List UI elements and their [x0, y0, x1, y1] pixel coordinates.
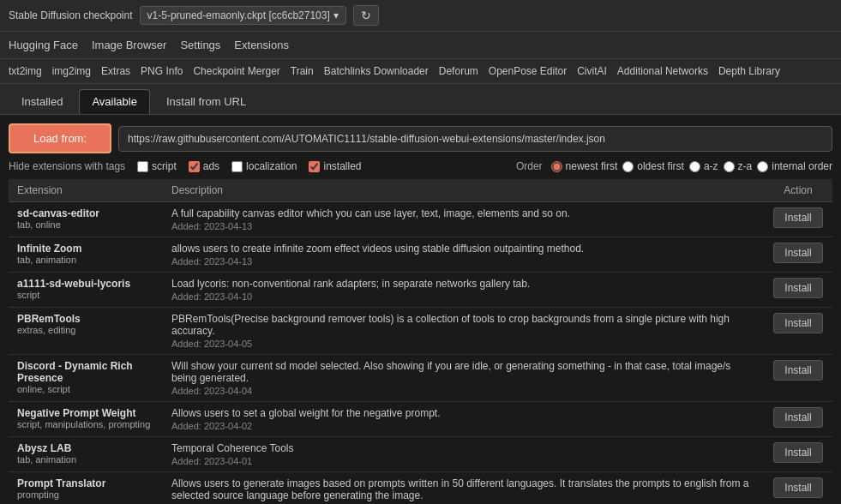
extension-index-url-input[interactable] [118, 126, 832, 152]
ext-description-cell: Allows users to generate images based on… [163, 472, 764, 505]
install-button[interactable]: Install [773, 477, 822, 498]
localization-checkbox[interactable] [231, 161, 243, 172]
order-z-a[interactable]: z-a [724, 160, 753, 172]
ext-description-cell: PBRemTools(Precise background remover to… [163, 308, 764, 355]
table-row: Abysz LABtab, animationTemporal Coherenc… [9, 437, 832, 472]
subnav-txt2img[interactable]: txt2img [9, 63, 42, 80]
load-from-button[interactable]: Load from: [9, 123, 111, 153]
ext-tags: script, manipulations, prompting [17, 419, 154, 429]
ext-added-date: Added: 2023-04-04 [171, 386, 755, 396]
refresh-button[interactable]: ↻ [353, 5, 379, 26]
ext-description-cell: Load lycoris: non-conventional rank adap… [163, 273, 764, 308]
ext-name-cell: Infinite Zoomtab, animation [9, 237, 163, 273]
ext-description-cell: A full capability canvas editor which yo… [163, 202, 764, 237]
nav-item-image-browser[interactable]: Image Browser [92, 35, 166, 55]
ext-description: allows users to create infinite zoom eff… [171, 243, 755, 255]
ext-name: Negative Prompt Weight [17, 407, 154, 419]
subnav-batchlinks[interactable]: Batchlinks Downloader [324, 63, 429, 80]
tab-install-from-url[interactable]: Install from URL [153, 89, 259, 114]
ext-name: sd-canvas-editor [17, 207, 154, 219]
ext-action-cell: Install [764, 437, 832, 472]
install-button[interactable]: Install [773, 243, 822, 263]
chevron-down-icon: ▾ [333, 9, 339, 21]
ext-description: Will show your current sd model selected… [171, 360, 755, 384]
table-row: sd-canvas-editortab, onlineA full capabi… [9, 202, 832, 237]
table-row: a1111-sd-webui-lycorisscriptLoad lycoris… [9, 273, 832, 308]
ext-description-cell: Temporal Coherence ToolsAdded: 2023-04-0… [163, 437, 764, 472]
tab-installed[interactable]: Installed [9, 89, 75, 114]
nav-item-hugging-face[interactable]: Hugging Face [9, 35, 78, 55]
install-button[interactable]: Install [773, 313, 822, 333]
tag-checkbox-localization[interactable]: localization [231, 160, 297, 172]
tab-available[interactable]: Available [79, 89, 150, 114]
tag-checkbox-ads[interactable]: ads [189, 160, 219, 172]
subnav-deforum[interactable]: Deforum [439, 63, 478, 80]
ext-tags: tab, online [17, 219, 154, 230]
ext-name-cell: Prompt Translatorprompting [9, 472, 163, 505]
tag-checkbox-installed[interactable]: installed [309, 160, 361, 172]
table-row: Prompt TranslatorpromptingAllows users t… [9, 472, 832, 505]
order-internal[interactable]: internal order [757, 160, 832, 172]
load-from-row: Load from: [9, 123, 832, 153]
subnav-civitai[interactable]: CivitAI [577, 63, 607, 80]
order-oldest-first[interactable]: oldest first [622, 160, 684, 172]
ext-description: PBRemTools(Precise background remover to… [171, 313, 755, 337]
ext-description: Allows users to generate images based on… [171, 477, 755, 501]
top-bar: Stable Diffusion checkpoint v1-5-pruned-… [0, 0, 841, 32]
installed-checkbox[interactable] [309, 161, 320, 172]
ext-tags: script [17, 290, 154, 300]
install-button[interactable]: Install [773, 207, 822, 228]
checkpoint-value: v1-5-pruned-emaonly.ckpt [cc6cb27103] [147, 9, 330, 21]
ext-name: Discord - Dynamic Rich Presence [17, 360, 154, 384]
col-description: Description [163, 179, 764, 202]
subnav-additional-networks[interactable]: Additional Networks [617, 63, 708, 80]
install-button[interactable]: Install [773, 442, 822, 463]
order-row: Order newest first oldest first a-z z-a … [367, 160, 832, 172]
ext-added-date: Added: 2023-04-05 [171, 339, 755, 349]
subnav-checkpoint-merger[interactable]: Checkpoint Merger [193, 63, 279, 80]
order-label: Order [516, 160, 543, 172]
subnav-depth-library[interactable]: Depth Library [718, 63, 780, 80]
order-a-z[interactable]: a-z [689, 160, 718, 172]
subnav-img2img[interactable]: img2img [52, 63, 91, 80]
sub-nav-bar: txt2img img2img Extras PNG Info Checkpoi… [0, 59, 841, 84]
ext-name: Infinite Zoom [17, 243, 154, 255]
nav-item-settings[interactable]: Settings [180, 35, 220, 55]
table-row: Discord - Dynamic Rich Presenceonline, s… [9, 355, 832, 402]
ext-name-cell: sd-canvas-editortab, online [9, 202, 163, 237]
subnav-png-info[interactable]: PNG Info [141, 63, 183, 80]
subnav-extras[interactable]: Extras [101, 63, 130, 80]
subnav-openpose[interactable]: OpenPose Editor [489, 63, 567, 80]
ext-action-cell: Install [764, 308, 832, 355]
ext-name: a1111-sd-webui-lycoris [17, 278, 154, 290]
ext-description: Allows users to set a global weight for … [171, 407, 755, 419]
checkpoint-select[interactable]: v1-5-pruned-emaonly.ckpt [cc6cb27103] ▾ [140, 6, 346, 25]
ext-action-cell: Install [764, 202, 832, 237]
table-row: Negative Prompt Weightscript, manipulati… [9, 402, 832, 437]
order-newest-first[interactable]: newest first [551, 160, 618, 172]
nav-item-extensions[interactable]: Extensions [234, 35, 289, 55]
col-action: Action [764, 179, 832, 202]
ext-name-cell: Abysz LABtab, animation [9, 437, 163, 472]
content-area: Load from: Hide extensions with tags scr… [0, 115, 841, 504]
ext-name-cell: PBRemToolsextras, editing [9, 308, 163, 355]
subnav-train[interactable]: Train [291, 63, 314, 80]
ext-name-cell: Negative Prompt Weightscript, manipulati… [9, 402, 163, 437]
tag-checkbox-script[interactable]: script [137, 160, 177, 172]
ext-description: Load lycoris: non-conventional rank adap… [171, 278, 755, 290]
script-checkbox[interactable] [137, 161, 148, 172]
ext-description: A full capability canvas editor which yo… [171, 207, 755, 219]
ext-added-date: Added: 2023-04-13 [171, 256, 755, 267]
install-button[interactable]: Install [773, 407, 822, 428]
ext-tags: tab, animation [17, 255, 154, 265]
ads-checkbox[interactable] [189, 161, 200, 172]
install-button[interactable]: Install [773, 360, 822, 381]
ext-tags: prompting [17, 489, 154, 500]
ext-name: PBRemTools [17, 313, 154, 325]
tabs-bar: Installed Available Install from URL [0, 84, 841, 115]
install-button[interactable]: Install [773, 278, 822, 298]
ext-action-cell: Install [764, 472, 832, 505]
col-extension: Extension [9, 179, 163, 202]
ext-description-cell: Allows users to set a global weight for … [163, 402, 764, 437]
ext-description-cell: allows users to create infinite zoom eff… [163, 237, 764, 273]
